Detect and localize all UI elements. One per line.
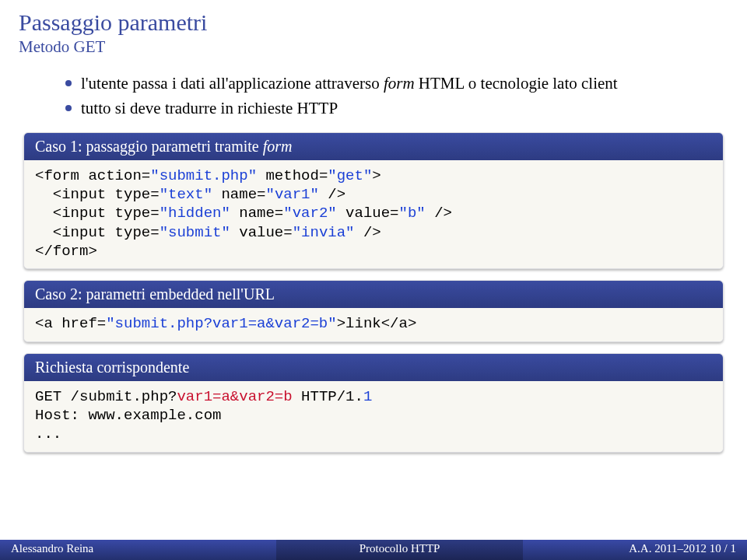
code-block-caso1: Caso 1: passaggio parametri tramite form… <box>23 132 724 270</box>
code-body: <form action="submit.php" method="get"> … <box>24 160 723 269</box>
footer-title: Protocollo HTTP <box>276 540 523 560</box>
code-block-caso2: Caso 2: parametri embedded nell'URL <a h… <box>23 280 724 341</box>
footer-author: Alessandro Reina <box>0 540 276 560</box>
page-subtitle: Metodo GET <box>19 37 728 57</box>
bullet-text: tutto si deve tradurre in richieste HTTP <box>81 97 338 119</box>
page-title: Passaggio parametri <box>19 9 728 36</box>
bullet-list: l'utente passa i dati all'applicazione a… <box>65 72 728 120</box>
block-header: Caso 2: parametri embedded nell'URL <box>24 281 723 308</box>
code-body: <a href="submit.php?var1=a&var2=b">link<… <box>24 308 723 341</box>
list-item: tutto si deve tradurre in richieste HTTP <box>65 97 728 119</box>
code-body: GET /submit.php?var1=a&var2=b HTTP/1.1 H… <box>24 381 723 452</box>
footer: Alessandro Reina Protocollo HTTP A.A. 20… <box>0 540 747 560</box>
block-header: Richiesta corrispondente <box>24 354 723 381</box>
code-block-richiesta: Richiesta corrispondente GET /submit.php… <box>23 353 724 453</box>
footer-page: A.A. 2011–2012 10 / 1 <box>523 540 747 560</box>
bullet-icon <box>65 105 72 111</box>
bullet-icon <box>65 80 72 86</box>
bullet-text: l'utente passa i dati all'applicazione a… <box>81 72 618 94</box>
block-header: Caso 1: passaggio parametri tramite form <box>24 133 723 160</box>
list-item: l'utente passa i dati all'applicazione a… <box>65 72 728 94</box>
